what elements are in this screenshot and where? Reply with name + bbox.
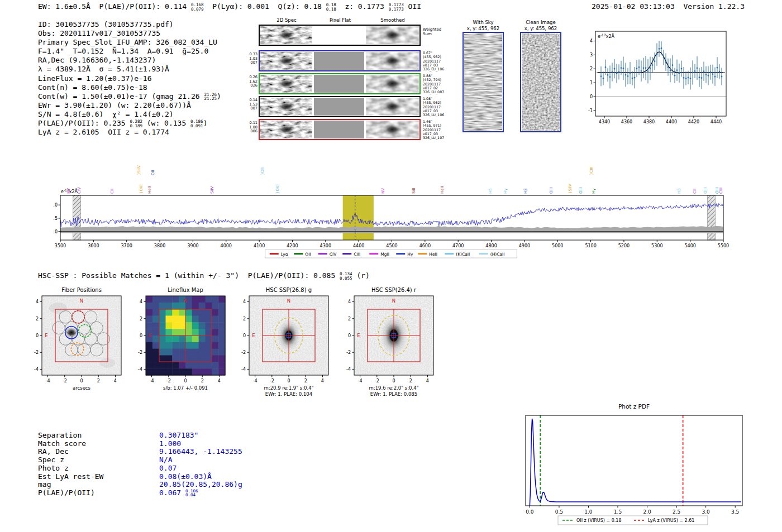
emission-label-H: Hβ bbox=[523, 188, 528, 194]
graphic-primitive bbox=[146, 316, 152, 323]
cutout-xlabel: arcsecs bbox=[73, 385, 91, 391]
row-annotation-line: (455, 962) bbox=[423, 55, 463, 59]
graphic-primitive bbox=[146, 349, 152, 356]
graphic-primitive bbox=[199, 296, 206, 303]
graphic-primitive bbox=[172, 303, 179, 309]
graphic-primitive bbox=[146, 296, 152, 303]
graphic-primitive bbox=[218, 329, 225, 336]
graphic-primitive bbox=[159, 336, 166, 342]
graphic-primitive: -4 bbox=[150, 378, 154, 384]
graphic-primitive: -4 bbox=[346, 367, 351, 372]
x-ticks: -4-2024 bbox=[253, 375, 324, 384]
graphic-primitive bbox=[218, 316, 225, 323]
sky-title-line: With Sky bbox=[462, 20, 504, 26]
graphic-primitive: 4 bbox=[243, 299, 246, 304]
graphic-primitive bbox=[314, 26, 364, 44]
legend: OII z (VIRUS) = 0.18LyA z (VIRUS) = 2.61 bbox=[558, 516, 708, 525]
graphic-primitive bbox=[206, 316, 212, 323]
graphic-primitive: -2 bbox=[166, 378, 171, 384]
graphic-primitive bbox=[672, 64, 674, 66]
emission-label-CIII: }CIII bbox=[589, 166, 594, 175]
weighted-sum-line1: Weighted bbox=[423, 27, 441, 32]
graphic-primitive: 2 bbox=[97, 378, 100, 384]
graphic-primitive bbox=[710, 71, 712, 73]
graphic-primitive bbox=[314, 52, 364, 70]
north-label: N bbox=[392, 298, 395, 304]
emission-label-NV: NV bbox=[66, 188, 71, 194]
graphic-primitive: 0.04 bbox=[185, 493, 198, 497]
emission-label-HeII: HeII bbox=[147, 186, 152, 194]
graphic-primitive bbox=[676, 69, 678, 71]
row-annotation-line: 326_LU_106 bbox=[423, 67, 463, 71]
graphic-primitive: 3.0 bbox=[702, 509, 710, 515]
graphic-primitive bbox=[607, 74, 609, 76]
graphic-primitive bbox=[179, 336, 185, 342]
cutout-xlabel2: EWr: 1. PLAE: 0.104 bbox=[265, 391, 312, 397]
graphic-primitive bbox=[192, 329, 199, 336]
info-line: RA,Dec (9.166360,-1.143237) bbox=[38, 56, 221, 65]
graphic-primitive bbox=[192, 349, 199, 356]
graphic-primitive bbox=[621, 67, 622, 69]
graphic-primitive: 3 bbox=[590, 52, 593, 57]
graphic-primitive: 2 bbox=[201, 378, 204, 384]
emission-label-SiIV: SiIV bbox=[210, 186, 214, 194]
row-weight-value: 026 bbox=[246, 84, 258, 88]
graphic-primitive bbox=[692, 72, 694, 74]
graphic-primitive: 5200 bbox=[618, 243, 630, 248]
graphic-primitive bbox=[199, 303, 206, 309]
col-header-2dspec: 2D Spec bbox=[276, 17, 296, 23]
graphic-primitive bbox=[152, 309, 159, 316]
emission-label-H: Hδ bbox=[488, 188, 493, 194]
graphic-primitive bbox=[206, 368, 212, 375]
graphic-primitive bbox=[192, 342, 199, 349]
graphic-primitive bbox=[159, 303, 166, 309]
graphic-primitive bbox=[185, 356, 192, 362]
masked-band bbox=[708, 195, 716, 240]
graphic-primitive bbox=[199, 336, 206, 342]
y-ticks: -4-2024 bbox=[241, 299, 249, 372]
emission-label-SiIV: }SiIV bbox=[137, 165, 141, 175]
graphic-primitive bbox=[609, 76, 611, 78]
legend-label: OII z (VIRUS) = 0.18 bbox=[576, 518, 621, 523]
graphic-primitive bbox=[146, 322, 152, 329]
row-weights: 0.141.53007 bbox=[246, 98, 258, 111]
row-weight-value: 007 bbox=[246, 61, 258, 65]
graphic-primitive: 0.189 bbox=[130, 124, 142, 128]
graphic-primitive bbox=[192, 303, 199, 309]
row-weights: 0.331.03007 bbox=[246, 52, 258, 65]
graphic-primitive bbox=[314, 75, 364, 93]
info-line: ID: 3010537735 (3010537735.pdf) bbox=[38, 20, 221, 29]
graphic-primitive bbox=[212, 368, 218, 375]
row-annotation-line: 326_LU_107 bbox=[423, 136, 463, 140]
graphic-primitive bbox=[179, 342, 185, 349]
graphic-primitive bbox=[199, 362, 206, 368]
graphic-primitive bbox=[212, 309, 218, 316]
graphic-primitive bbox=[179, 362, 185, 368]
graphic-primitive bbox=[199, 316, 206, 323]
graphic-primitive: 2.5 bbox=[673, 509, 680, 515]
match-field-label: mag bbox=[38, 480, 51, 488]
photz-title: Phot z PDF bbox=[618, 403, 650, 410]
graphic-primitive bbox=[681, 68, 683, 70]
cutout-title: Lineflux Map bbox=[168, 287, 203, 293]
graphic-primitive: 0 bbox=[80, 378, 83, 384]
graphic-primitive bbox=[172, 362, 179, 368]
graphic-primitive: 3900 bbox=[187, 243, 198, 248]
stacked-uncertainty: 21.2621.25 bbox=[204, 93, 217, 101]
sky-panel-title: With Skyx, y: 455, 962 bbox=[462, 20, 504, 31]
graphic-primitive bbox=[645, 67, 647, 69]
photz-pdf-chart: Phot z PDF0.00.51.01.52.02.53.03.5OII z … bbox=[517, 400, 757, 531]
graphic-primitive bbox=[166, 316, 173, 323]
graphic-primitive bbox=[212, 362, 218, 368]
cutout-title: HSC SSP(26.8) g bbox=[266, 287, 312, 293]
col-header-smoothed: Smoothed bbox=[380, 17, 404, 23]
graphic-primitive bbox=[172, 316, 179, 323]
graphic-primitive bbox=[166, 303, 173, 309]
graphic-primitive bbox=[166, 368, 173, 375]
graphic-primitive: -4 bbox=[253, 378, 258, 384]
trace-blob bbox=[277, 79, 295, 89]
graphic-primitive: 2 bbox=[348, 317, 351, 322]
graphic-primitive: 4340 bbox=[599, 119, 610, 124]
legend-label: OII bbox=[305, 252, 311, 257]
graphic-primitive bbox=[206, 342, 212, 349]
